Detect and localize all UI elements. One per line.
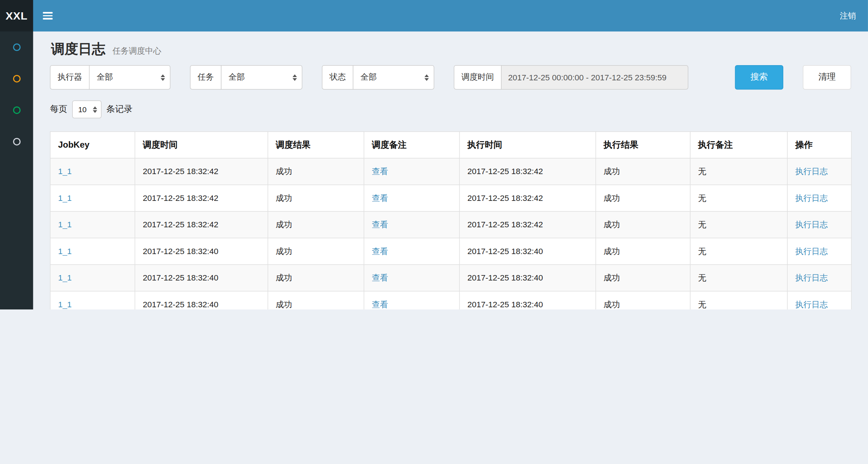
jobkey-link[interactable]: 1_1 [58,246,72,256]
table-row: 1_12017-12-25 18:32:40成功查看2017-12-25 18:… [50,238,851,265]
dispatch-log-table: JobKey调度时间调度结果调度备注执行时间执行结果执行备注操作 1_12017… [50,131,852,309]
navbar-right-area: 注销 [33,0,868,31]
trigger-time-filter-group: 调度时间 [454,65,688,89]
sidebar-item-4[interactable] [0,126,33,157]
page-size-suffix-label: 条记录 [106,104,132,115]
jobkey-link[interactable]: 1_1 [58,220,72,229]
trigger-result-cell: 成功 [268,265,364,291]
handle-time-cell: 2017-12-25 18:32:40 [459,291,595,309]
trigger-time-cell: 2017-12-25 18:32:42 [135,185,268,211]
action-cell: 执行日志 [787,265,851,291]
jobkey-link[interactable]: 1_1 [58,166,72,176]
select-arrows-icon [292,74,297,81]
column-header: 执行结果 [596,132,690,158]
jobkey-cell: 1_1 [50,291,135,309]
jobkey-link[interactable]: 1_1 [58,300,72,309]
hamburger-icon [43,12,52,13]
trigger-result-cell: 成功 [268,211,364,238]
executor-select[interactable]: 全部 [89,65,170,89]
exec-log-link[interactable]: 执行日志 [795,166,828,176]
action-cell: 执行日志 [787,211,851,238]
handle-result-cell: 成功 [596,238,690,265]
sidebar-item-3[interactable] [0,94,33,126]
trigger-time-filter-label: 调度时间 [454,65,502,89]
trigger-result-cell: 成功 [268,291,364,309]
trigger-msg-cell: 查看 [364,211,459,238]
sidebar-item-1[interactable] [0,31,33,63]
trigger-time-cell: 2017-12-25 18:32:40 [135,265,268,291]
handle-msg-cell: 无 [690,265,787,291]
column-header: JobKey [50,132,135,158]
table-row: 1_12017-12-25 18:32:42成功查看2017-12-25 18:… [50,185,851,211]
trigger-msg-link[interactable]: 查看 [372,220,388,229]
clear-button[interactable]: 清理 [803,65,851,89]
column-header: 执行时间 [459,132,595,158]
exec-log-link[interactable]: 执行日志 [795,193,828,202]
filter-toolbar: 执行器 全部 任务 全部 状态 全部 [50,65,851,89]
table-row: 1_12017-12-25 18:32:42成功查看2017-12-25 18:… [50,211,851,238]
handle-msg-cell: 无 [690,158,787,185]
sidebar-item-2[interactable] [0,63,33,94]
table-row: 1_12017-12-25 18:32:42成功查看2017-12-25 18:… [50,158,851,185]
select-arrows-icon [425,74,429,81]
executor-filter-label: 执行器 [50,65,89,89]
sidebar-toggle-button[interactable] [33,0,62,31]
handle-time-cell: 2017-12-25 18:32:42 [459,185,595,211]
hamburger-icon [43,15,52,17]
column-header: 调度备注 [364,132,459,158]
search-button[interactable]: 搜索 [735,65,783,89]
exec-log-link[interactable]: 执行日志 [795,220,828,229]
logout-link[interactable]: 注销 [828,10,868,21]
page-subtitle: 任务调度中心 [113,46,161,55]
trigger-msg-cell: 查看 [364,291,459,309]
log-table-head-row: JobKey调度时间调度结果调度备注执行时间执行结果执行备注操作 [50,132,851,158]
trigger-time-cell: 2017-12-25 18:32:40 [135,291,268,309]
trigger-result-cell: 成功 [268,158,364,185]
exec-log-link[interactable]: 执行日志 [795,246,828,256]
app-logo[interactable]: XXL [0,0,33,31]
executor-select-value: 全部 [97,72,113,82]
handle-msg-cell: 无 [690,238,787,265]
trigger-time-cell: 2017-12-25 18:32:42 [135,158,268,185]
column-header: 执行备注 [690,132,787,158]
executor-filter-group: 执行器 全部 [50,65,170,89]
handle-time-cell: 2017-12-25 18:32:40 [459,265,595,291]
handle-result-cell: 成功 [596,265,690,291]
page-size-select-value: 10 [78,105,87,114]
page-title: 调度日志 [51,41,105,56]
trigger-msg-link[interactable]: 查看 [372,300,388,309]
job-select[interactable]: 全部 [221,65,302,89]
exec-log-link[interactable]: 执行日志 [795,300,828,309]
exec-log-link[interactable]: 执行日志 [795,273,828,282]
handle-msg-cell: 无 [690,211,787,238]
action-cell: 执行日志 [787,238,851,265]
handle-msg-cell: 无 [690,291,787,309]
job-select-value: 全部 [228,72,245,82]
jobkey-cell: 1_1 [50,238,135,265]
trigger-msg-link[interactable]: 查看 [372,246,388,256]
page-size-select[interactable]: 10 [72,100,101,118]
main-content: 调度日志 任务调度中心 执行器 全部 任务 全部 状态 [33,31,868,309]
trigger-msg-link[interactable]: 查看 [372,166,388,176]
log-table-body: 1_12017-12-25 18:32:42成功查看2017-12-25 18:… [50,158,851,309]
jobkey-cell: 1_1 [50,211,135,238]
trigger-result-cell: 成功 [268,238,364,265]
column-header: 调度结果 [268,132,364,158]
hamburger-icon [43,18,52,20]
column-header: 操作 [787,132,851,158]
trigger-time-cell: 2017-12-25 18:32:40 [135,238,268,265]
handle-msg-cell: 无 [690,185,787,211]
trigger-time-range-input[interactable] [501,65,688,89]
page-header: 调度日志 任务调度中心 [50,31,851,65]
circle-icon [13,75,20,83]
trigger-msg-link[interactable]: 查看 [372,193,388,202]
jobkey-link[interactable]: 1_1 [58,193,72,202]
jobkey-link[interactable]: 1_1 [58,273,72,282]
jobkey-cell: 1_1 [50,158,135,185]
app-root: XXL 注销 调度日志 任务调度中心 执行器 全部 [0,0,868,309]
page-size-prefix-label: 每页 [50,104,67,115]
handle-result-cell: 成功 [596,158,690,185]
job-filter-label: 任务 [190,65,222,89]
status-select[interactable]: 全部 [353,65,434,89]
trigger-msg-link[interactable]: 查看 [372,273,388,282]
